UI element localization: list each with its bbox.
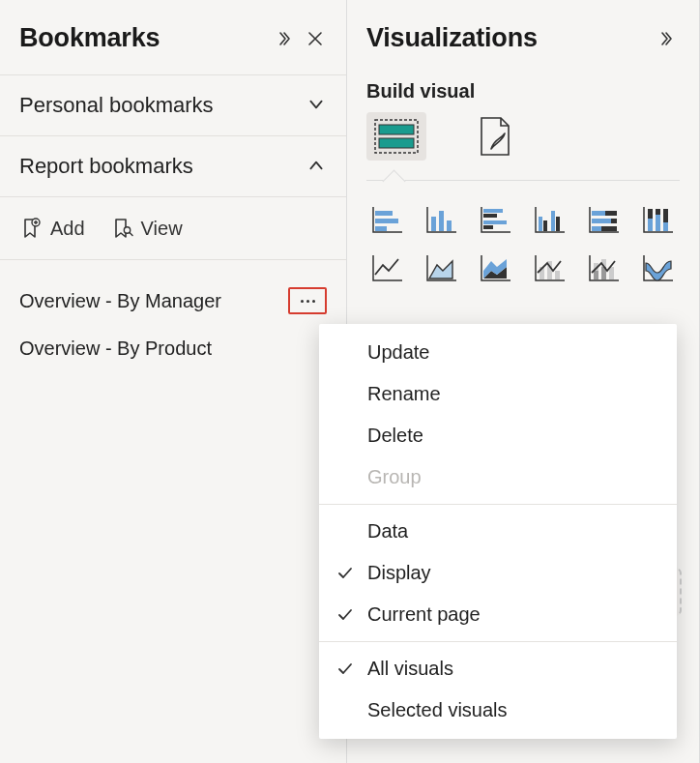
ribbon-chart-icon[interactable] [637,249,680,287]
area-chart-icon[interactable] [421,249,463,287]
menu-item-delete[interactable]: Delete [319,415,677,456]
visualizations-title: Visualizations [366,23,651,53]
clustered-bar-chart-icon[interactable] [475,200,517,239]
stacked-bar-chart-icon[interactable] [366,200,409,239]
format-page-icon [476,116,514,157]
viz-mode-tabs [347,112,699,174]
check-icon [336,565,367,582]
svg-rect-11 [439,211,444,231]
svg-rect-4 [379,138,414,148]
bookmark-list: Overview - By Manager Overview - By Prod… [0,260,346,387]
menu-item-label: Group [367,466,657,488]
build-visual-label: Build visual [347,74,699,112]
svg-rect-16 [483,225,493,229]
menu-item-all-visuals[interactable]: All visuals [319,648,677,690]
menu-item-label: Delete [367,425,657,447]
svg-rect-20 [556,217,560,231]
hundred-stacked-column-icon[interactable] [637,200,680,239]
svg-rect-22 [605,211,617,216]
menu-item-label: Selected visuals [367,699,657,721]
bookmark-more-button[interactable] [288,287,327,314]
ellipsis-icon [301,300,315,303]
svg-rect-19 [551,211,555,231]
report-bookmarks-label: Report bookmarks [19,154,307,179]
stacked-column-chart-icon[interactable] [421,200,463,239]
build-visual-tab[interactable] [366,112,426,161]
bookmarks-title: Bookmarks [19,23,269,53]
svg-rect-17 [539,217,542,231]
menu-item-label: Data [367,520,657,543]
menu-item-label: Rename [367,383,657,405]
clustered-column-chart-icon[interactable] [529,200,571,239]
collapse-panel-button[interactable] [656,27,680,50]
bookmark-view-icon [110,217,133,240]
svg-rect-25 [592,226,601,231]
svg-rect-23 [592,219,611,223]
bookmark-context-menu: UpdateRenameDeleteGroupDataDisplayCurren… [319,324,677,739]
table-icon [374,119,419,154]
svg-rect-37 [594,271,598,279]
bookmark-add-icon [19,217,43,240]
svg-rect-9 [375,226,387,231]
bookmark-actions: Add View [0,197,346,260]
view-bookmark-button[interactable]: View [110,217,183,240]
stacked-area-chart-icon[interactable] [475,249,517,287]
format-visual-tab[interactable] [465,112,525,161]
chevron-up-icon [307,157,327,176]
svg-rect-26 [601,226,617,231]
svg-rect-18 [543,220,547,231]
menu-item-label: Update [367,341,657,364]
line-clustered-column-icon[interactable] [529,249,571,287]
add-bookmark-button[interactable]: Add [19,217,85,240]
visualization-types-grid [347,181,699,287]
menu-separator [319,504,677,505]
bookmark-item[interactable]: Overview - By Product [0,326,346,371]
line-stacked-column-icon[interactable] [583,249,626,287]
menu-item-rename[interactable]: Rename [319,373,677,415]
svg-rect-7 [375,211,393,216]
svg-rect-13 [483,209,503,213]
menu-item-selected-visuals[interactable]: Selected visuals [319,690,677,731]
menu-item-data[interactable]: Data [319,511,677,552]
menu-item-update[interactable]: Update [319,332,677,373]
svg-rect-28 [648,219,653,231]
svg-rect-24 [611,219,617,223]
personal-bookmarks-label: Personal bookmarks [19,93,307,118]
svg-rect-32 [663,222,668,231]
svg-rect-21 [592,211,605,216]
check-icon [336,606,367,624]
bookmark-label: Overview - By Product [19,337,327,360]
menu-item-label: Display [367,562,657,584]
bookmarks-panel-header: Bookmarks [0,0,346,74]
svg-rect-10 [431,217,436,231]
svg-rect-30 [656,215,660,231]
bookmark-label: Overview - By Manager [19,290,284,312]
close-panel-button[interactable] [304,27,327,50]
divider [366,180,680,181]
menu-item-display[interactable]: Display [319,552,677,594]
chevron-down-icon [307,96,327,115]
report-bookmarks-section[interactable]: Report bookmarks [0,136,346,197]
menu-separator [319,641,677,642]
add-label: Add [50,218,85,240]
svg-rect-35 [555,271,560,279]
menu-item-group: Group [319,456,677,498]
collapse-panel-button[interactable] [275,27,298,50]
personal-bookmarks-section[interactable]: Personal bookmarks [0,74,346,136]
menu-item-current-page[interactable]: Current page [319,594,677,635]
bookmark-item[interactable]: Overview - By Manager [0,276,346,326]
line-chart-icon[interactable] [366,249,409,287]
svg-rect-8 [375,219,398,223]
hundred-stacked-bar-icon[interactable] [583,200,626,239]
check-icon [336,660,367,678]
svg-rect-3 [379,125,414,134]
svg-rect-12 [447,220,452,231]
svg-rect-15 [483,220,507,224]
bookmarks-panel: Bookmarks Personal bookmarks Report book… [0,0,347,763]
view-label: View [141,218,183,240]
menu-item-label: Current page [367,603,657,626]
svg-rect-14 [483,214,497,218]
visualizations-panel-header: Visualizations [347,0,699,74]
menu-item-label: All visuals [367,658,657,680]
